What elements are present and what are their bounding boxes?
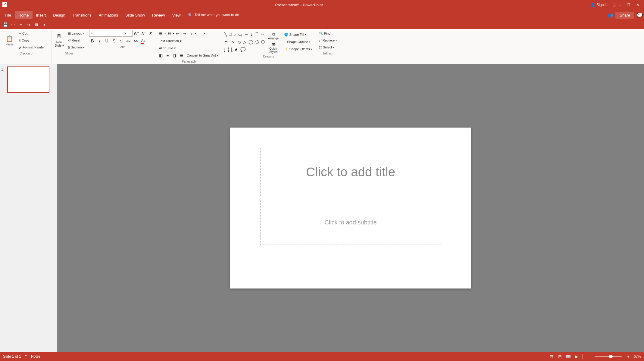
cut-button[interactable]: ✂ Cut (17, 30, 47, 37)
increase-indent-button[interactable]: ⇥ (181, 30, 188, 37)
underline-button[interactable]: U (104, 38, 110, 44)
clipboard-launcher[interactable]: ⌄ (47, 47, 50, 50)
shape-arc2[interactable]: ⌣ (260, 31, 265, 38)
shape-triangle[interactable]: △ (242, 39, 247, 46)
decrease-indent-button[interactable]: ⇤ (174, 30, 181, 37)
restore-button[interactable]: ❐ (625, 2, 633, 8)
redo-button[interactable]: ↪ (25, 21, 32, 28)
slideshow-button[interactable]: ▶ (574, 353, 580, 359)
quick-styles-button[interactable]: ⊞ QuickStyles (266, 42, 281, 54)
signin-button[interactable]: 👤 Sign in (591, 3, 608, 7)
font-color-button[interactable]: A ▾ (140, 38, 146, 44)
bullets-button[interactable]: ☰ (158, 30, 164, 37)
shape-right-arrow[interactable]: → (243, 31, 249, 38)
close-button[interactable]: ✕ (634, 2, 642, 8)
shape-fill-button[interactable]: 🪣 Shape Fill ▾ (282, 31, 314, 38)
shape-hex[interactable]: ⬡ (260, 39, 266, 46)
text-direction-button[interactable]: Text Direction ▾ (158, 38, 183, 44)
line-spacing-button[interactable]: ↕ (188, 30, 195, 37)
slide-show-button[interactable]: ⊞ (33, 21, 40, 28)
share-button[interactable]: Share (615, 12, 634, 19)
arrange-button[interactable]: ⧉ Arrange (266, 30, 281, 42)
title-placeholder[interactable]: Click to add title (260, 148, 441, 196)
slide-thumbnail-1[interactable]: 1 (1, 66, 56, 93)
shape-outline-button[interactable]: □ Shape Outline ▾ (282, 39, 314, 45)
copy-button[interactable]: ⎘ Copy (17, 37, 47, 44)
menu-home[interactable]: Home (15, 11, 33, 19)
shape-curly[interactable]: ⌥ (230, 39, 236, 46)
undo-button[interactable]: ↩ (10, 21, 16, 28)
save-button[interactable]: 💾 (2, 21, 8, 28)
minimize-button[interactable]: – (616, 2, 624, 8)
shape-effects-button[interactable]: ✨ Shape Effects ▾ (282, 46, 314, 52)
user-icon: 👤 (591, 3, 595, 7)
align-center-button[interactable]: ≡ (164, 52, 171, 59)
subtitle-placeholder[interactable]: Click to add subtitle (260, 200, 441, 245)
shape-wave[interactable]: 〜 (224, 39, 230, 46)
menu-design[interactable]: Design (49, 11, 69, 19)
zoom-percent[interactable]: 67% (634, 354, 641, 359)
columns-button[interactable]: ⁞ (197, 30, 203, 37)
replace-button[interactable]: ⇄ Replace ▾ (317, 37, 339, 44)
char-spacing-button[interactable]: AV (125, 38, 132, 44)
align-right-button[interactable]: ◨ (171, 52, 178, 59)
new-slide-button[interactable]: 🖹 NewSlide ▾ (53, 32, 66, 48)
shape-pentagon[interactable]: ⬠ (255, 39, 260, 46)
reset-button[interactable]: ↺ Reset (66, 37, 86, 44)
menu-animations[interactable]: Animations (95, 11, 122, 19)
clear-format-button[interactable]: ✗ (148, 30, 154, 37)
zoom-plus-button[interactable]: + (625, 353, 631, 359)
align-text-button[interactable]: Align Text ▾ (158, 45, 178, 51)
shape-star[interactable]: ★ (233, 46, 239, 53)
menu-review[interactable]: Review (148, 11, 169, 19)
shape-oval[interactable]: ◯ (248, 39, 254, 46)
bold-button[interactable]: B (89, 38, 96, 44)
increase-font-button[interactable]: A⁺ (133, 30, 140, 37)
justify-button[interactable]: ☰ (178, 52, 185, 59)
shape-brace[interactable]: { (227, 46, 230, 53)
slides-controls: 🖹 NewSlide ▾ ⊟ Layout ▾ ↺ Reset § (53, 30, 86, 51)
menu-transitions[interactable]: Transitions (69, 11, 95, 19)
section-button[interactable]: § Section ▾ (66, 44, 86, 51)
shape-arc1[interactable]: ⌒ (254, 31, 260, 38)
menu-insert[interactable]: Insert (33, 11, 50, 19)
normal-view-button[interactable]: ⊟ (549, 353, 555, 359)
slide-sorter-button[interactable]: ⊞ (557, 353, 563, 359)
shape-circle[interactable]: ○ (233, 31, 237, 38)
slide-canvas[interactable]: Click to add title Click to add subtitle (230, 128, 471, 288)
reading-view-button[interactable]: 📖 (565, 353, 571, 359)
shape-bracket[interactable]: [ (230, 46, 233, 53)
layout-button[interactable]: ⊟ Layout ▾ (66, 30, 86, 37)
menu-search[interactable]: 🔍 Tell me what you want to do (188, 13, 239, 17)
menu-slideshow[interactable]: Slide Show (122, 11, 148, 19)
shape-callout[interactable]: 💬 (239, 46, 246, 53)
numbering-button[interactable]: ☷ (166, 30, 173, 37)
shape-down-arrow[interactable]: ↓ (250, 31, 254, 38)
format-painter-button[interactable]: 🖌 Format Painter (17, 44, 47, 51)
strikethrough-button[interactable]: S (111, 38, 117, 44)
zoom-slider[interactable] (595, 356, 622, 357)
font-size-selector[interactable]: ▾ (123, 30, 133, 37)
select-button[interactable]: ⬚ Select ▾ (317, 44, 339, 51)
convert-smartart-button[interactable]: Convert to SmartArt ▾ (185, 52, 220, 59)
shape-rect[interactable]: □ (228, 31, 232, 38)
select-label: Select (323, 45, 332, 49)
notes-button[interactable]: Notes (31, 354, 40, 359)
align-left-button[interactable]: ◧ (158, 52, 164, 59)
italic-button[interactable]: I (96, 38, 103, 44)
paste-button[interactable]: 📋 Paste (2, 32, 16, 48)
shape-curved[interactable]: ∫ (224, 46, 227, 53)
menu-view[interactable]: View (169, 11, 184, 19)
zoom-minus-button[interactable]: – (585, 353, 591, 359)
customize-qat[interactable]: ▾ (41, 21, 48, 28)
change-case-button[interactable]: Aa (133, 38, 139, 44)
comments-icon[interactable]: 💬 (637, 12, 643, 18)
shape-line[interactable]: ╲ (224, 31, 228, 38)
menu-file[interactable]: File (1, 11, 15, 19)
find-button[interactable]: 🔍 Find (317, 30, 339, 37)
shape-quad[interactable]: ◇ (237, 39, 242, 46)
shape-square[interactable]: ▭ (237, 31, 243, 38)
font-name-selector[interactable]: ▾ (89, 30, 122, 37)
shadow-button[interactable]: S (118, 38, 125, 44)
decrease-font-button[interactable]: A⁻ (140, 30, 147, 37)
